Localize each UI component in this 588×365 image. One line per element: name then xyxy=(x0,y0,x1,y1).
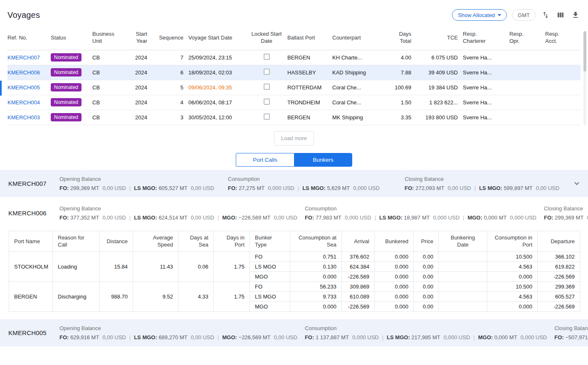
table-row[interactable]: KMERCH006 Nominated CB 2024 6 18/09/2024… xyxy=(7,65,581,80)
voyage-ref-link[interactable]: KMERCH005 xyxy=(7,84,40,91)
voyage-ref-link[interactable]: KMERCH007 xyxy=(7,54,40,61)
locked-start-date-checkbox[interactable] xyxy=(264,69,270,75)
column-header-consumption-in-port: Consumption in Port xyxy=(487,231,538,252)
sequence-cell: 5 xyxy=(152,80,188,95)
arrival-cell: 309.869 xyxy=(342,281,375,291)
resp-acct-cell xyxy=(545,110,581,125)
column-header-ballast-port[interactable]: Ballast Port xyxy=(287,25,332,50)
column-header-days-total[interactable]: Days Total xyxy=(383,25,416,50)
column-header-counterpart[interactable]: Counterpart xyxy=(332,25,383,50)
consumption-at-sea-cell: 0.000 xyxy=(290,271,342,281)
column-header-arrival: Arrival xyxy=(342,231,375,252)
column-header-days-at-sea: Days at Sea xyxy=(178,231,214,252)
voyage-ref-link[interactable]: KMERCH004 xyxy=(7,99,40,106)
table-row[interactable]: KMERCH007 Nominated CB 2024 7 25/09/2024… xyxy=(7,50,581,65)
column-header-days-in-port: Days in Port xyxy=(214,231,250,252)
fuel-entry-fo: FO: 272,093 MT0,00 USD xyxy=(405,185,471,191)
resp-acct-cell xyxy=(545,50,581,65)
business-unit-cell: CB xyxy=(92,50,129,65)
column-header-voyage-start-date[interactable]: Voyage Start Date xyxy=(188,25,251,50)
bunker-summary-row[interactable]: KMERCH005 Opening Balance FO: 629,916 MT… xyxy=(0,319,588,346)
column-header-status[interactable]: Status xyxy=(51,25,92,50)
resp-opr-cell xyxy=(509,65,545,80)
days-total-cell: 3.35 xyxy=(383,110,416,125)
chevron-down-icon[interactable] xyxy=(569,179,581,188)
tce-cell: 19 384 USD xyxy=(416,80,463,95)
locked-start-date-checkbox[interactable] xyxy=(264,113,270,120)
column-header-ref-no[interactable]: Ref. No. xyxy=(7,25,51,50)
block-title: Consumption xyxy=(228,175,397,183)
price-cell: 0.00 xyxy=(414,281,439,291)
sort-icon[interactable] xyxy=(541,10,551,20)
locked-start-date-checkbox[interactable] xyxy=(264,99,270,105)
separator: | xyxy=(129,185,131,191)
show-allocated-dropdown[interactable]: Show Allocated xyxy=(452,9,507,21)
load-more-button[interactable]: Load more xyxy=(274,131,314,146)
days-total-cell: 100.69 xyxy=(383,80,416,95)
business-unit-cell: CB xyxy=(92,80,129,95)
block-title: Closing Balance xyxy=(544,205,588,212)
resp-charterer-cell: Sverre Ha... xyxy=(463,80,509,95)
counterpart-cell: Coral Che... xyxy=(332,80,383,95)
departure-cell: 299.369 xyxy=(538,281,580,291)
bunker-summary-row[interactable]: KMERCH006 Opening Balance FO: 377,352 MT… xyxy=(0,200,588,227)
consumption-in-port-cell: 4.563 xyxy=(487,291,538,301)
columns-icon[interactable] xyxy=(556,10,566,20)
bunker-type-cell: MGO xyxy=(250,271,290,281)
table-row[interactable]: KMERCH004 Nominated CB 2024 4 06/06/2024… xyxy=(7,95,581,110)
column-header-resp-charterer[interactable]: Resp. Charterer xyxy=(463,25,509,50)
fuel-entry-fo: FO: 377,352 MT0,00 USD xyxy=(59,215,126,221)
voyage-ref-link[interactable]: KMERCH003 xyxy=(7,114,40,121)
bunker-type-cell: FO xyxy=(250,252,290,261)
timezone-button[interactable]: GMT xyxy=(512,9,536,21)
status-badge: Nominated xyxy=(51,68,82,76)
table-row[interactable]: KMERCH005 Nominated CB 2024 5 09/06/2024… xyxy=(7,80,581,95)
bunkering-date-cell xyxy=(439,301,487,311)
bunkers-port-table: Port Name Reason for Call Distance Avera… xyxy=(9,231,580,312)
port-name-cell: STOCKHOLM xyxy=(9,252,53,281)
column-header-resp-acct[interactable]: Resp. Acct. xyxy=(545,25,581,50)
status-badge: Nominated xyxy=(51,98,82,106)
distance-cell: 988.70 xyxy=(100,281,133,311)
fuel-entry-lsmgo: LS MGO: 217,985 MT0,000 USD xyxy=(387,334,470,340)
block-title: Opening Balance xyxy=(59,205,297,212)
fuel-entry-fo: FO: 1 137,887 MT0,000 USD xyxy=(305,334,379,340)
departure-cell: 619.822 xyxy=(538,261,580,271)
fuel-entry-fo: FO: 299,369 MT0,00 USD xyxy=(59,185,126,191)
fuel-entry-mgo: MGO: −226,569 MT0,00 USD xyxy=(222,215,297,221)
column-header-business-unit[interactable]: Business Unit xyxy=(92,25,129,50)
resp-charterer-cell: Sverre Ha... xyxy=(463,65,509,80)
days-total-cell: 7.88 xyxy=(383,65,416,80)
column-header-resp-opr[interactable]: Resp. Opr. xyxy=(509,25,545,50)
bunker-section-kmerch006: KMERCH006 Opening Balance FO: 377,352 MT… xyxy=(0,200,588,312)
scrollbar-thumb[interactable] xyxy=(583,31,586,72)
voyage-start-date-cell: 25/09/2024, 23:15 xyxy=(188,50,251,65)
column-header-locked-start-date[interactable]: Locked Start Date xyxy=(251,25,287,50)
tab-port-calls[interactable]: Port Calls xyxy=(236,153,294,167)
counterpart-cell: KH Charte... xyxy=(332,50,383,65)
selected-row-indicator xyxy=(0,81,2,96)
column-header-departure: Departure xyxy=(538,231,580,252)
scrollbar[interactable] xyxy=(583,31,586,125)
average-speed-cell: 11.43 xyxy=(133,252,178,281)
bunker-summary-row[interactable]: KMERCH007 Opening Balance FO: 299,369 MT… xyxy=(0,170,588,197)
locked-start-date-checkbox[interactable] xyxy=(264,54,270,60)
consumption-block: Consumption FO: 27,275 MT0,000 USD|LS MG… xyxy=(228,175,405,192)
consumption-in-port-cell: 10.500 xyxy=(487,252,538,261)
column-header-start-year[interactable]: Start Year xyxy=(129,25,152,50)
separator: | xyxy=(217,334,219,340)
tab-bunkers[interactable]: Bunkers xyxy=(294,153,352,167)
balance-line: FO: 377,352 MT0,00 USD|LS MGO: 624,514 M… xyxy=(59,214,297,222)
column-header-tce[interactable]: TCE xyxy=(416,25,463,50)
table-row[interactable]: KMERCH003 Nominated CB 2024 3 30/05/2024… xyxy=(7,110,581,125)
voyage-ref-link[interactable]: KMERCH006 xyxy=(7,69,40,76)
voyage-start-date-cell: 30/05/2024, 12:00 xyxy=(188,110,251,125)
voyage-id: KMERCH005 xyxy=(8,329,59,336)
locked-start-date-checkbox[interactable] xyxy=(264,84,270,90)
column-header-sequence[interactable]: Sequence xyxy=(152,25,188,50)
separator: | xyxy=(473,334,474,340)
reason-for-call-cell: Loading xyxy=(53,252,100,281)
download-icon[interactable] xyxy=(571,10,581,20)
balance-line: FO: 299,369 MT0,00 USD|LS MGO: 605,527 M… xyxy=(59,184,220,192)
page-title: Voyages xyxy=(7,10,40,20)
